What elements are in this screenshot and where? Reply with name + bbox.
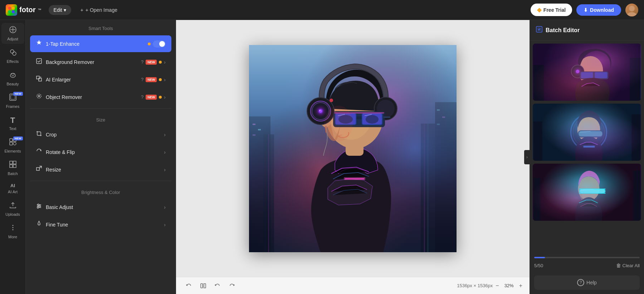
right-panel: › Batch Editor <box>530 20 644 294</box>
svg-rect-84 <box>356 116 362 119</box>
basic-adjust-item[interactable]: Basic Adjust › <box>30 199 171 215</box>
logo: fotor™ <box>6 4 42 16</box>
flip-button[interactable] <box>197 280 209 291</box>
edit-label: Edit <box>54 7 62 13</box>
one-tap-enhance-item[interactable]: 1-Tap Enhance <box>30 35 171 52</box>
crop-label: Crop <box>46 132 160 138</box>
svg-rect-20 <box>10 161 13 164</box>
obj-remover-dot <box>159 96 162 99</box>
open-image-label: + Open Image <box>86 7 117 13</box>
zoom-out-button[interactable]: − <box>496 283 499 289</box>
free-trial-button[interactable]: ◆ Free Trial <box>531 4 572 16</box>
batch-icon <box>9 160 17 170</box>
ai-enlarger-item[interactable]: AI Enlarger ? NEW › <box>30 71 171 88</box>
thumbnail-1[interactable] <box>533 44 641 101</box>
enhance-toggle[interactable] <box>153 40 166 48</box>
rotate-icon <box>36 148 42 156</box>
frames-new-badge: NEW <box>13 92 23 96</box>
topbar: fotor™ Edit ▾ + + Open Image ◆ Free Tria… <box>0 0 644 20</box>
sidebar-item-effects[interactable]: Effects <box>1 45 24 66</box>
fine-tune-label: Fine Tune <box>46 222 160 228</box>
sidebar-item-batch[interactable]: Batch <box>1 158 24 179</box>
obj-remover-item[interactable]: Object Remover ? NEW › <box>30 89 171 105</box>
svg-point-19 <box>13 142 16 145</box>
crop-item[interactable]: Crop › <box>30 126 171 143</box>
adjust-icon <box>9 26 17 35</box>
obj-remover-badges: ? NEW › <box>141 94 166 100</box>
sidebar-item-elements[interactable]: NEW Elements <box>1 135 24 156</box>
canvas-workspace <box>176 20 530 277</box>
sidebar-item-beauty[interactable]: Beauty <box>1 68 24 89</box>
logo-text: fotor <box>19 6 36 14</box>
svg-rect-92 <box>201 284 203 288</box>
thumbnail-3[interactable] <box>533 164 641 221</box>
sidebar-item-more[interactable]: More <box>1 221 24 242</box>
clear-all-label: Clear All <box>623 263 640 268</box>
right-panel-header: Batch Editor <box>530 20 644 41</box>
svg-point-13 <box>13 74 14 75</box>
effects-label: Effects <box>7 59 19 64</box>
bg-remover-item[interactable]: Background Remover ? NEW › <box>30 54 171 70</box>
fine-tune-item[interactable]: Fine Tune › <box>30 216 171 233</box>
sidebar-item-frames[interactable]: NEW Frames <box>1 90 24 111</box>
divider-size <box>30 108 171 109</box>
main-image-container <box>249 45 457 252</box>
rotate-left-button[interactable] <box>183 280 195 291</box>
bg-remover-label: Background Remover <box>46 59 137 65</box>
help-button[interactable]: ? Help <box>534 275 640 290</box>
one-tap-dot <box>148 43 151 45</box>
download-icon: ⬇ <box>584 7 588 13</box>
sidebar-item-uploads[interactable]: Uploads <box>1 198 24 219</box>
rotate-label: Rotate & Flip <box>46 149 160 155</box>
svg-rect-27 <box>36 59 42 64</box>
image-count: 5/50 <box>534 263 543 268</box>
sidebar-item-adjust[interactable]: Adjust <box>1 23 24 44</box>
help-icon-enlarger: ? <box>141 77 143 82</box>
thumb-2-glow <box>533 104 641 161</box>
open-image-button[interactable]: + + Open Image <box>75 5 122 15</box>
canvas-svg <box>249 45 457 252</box>
clear-all-button[interactable]: 🗑 Clear All <box>616 263 640 268</box>
bg-remover-chevron: › <box>164 59 166 65</box>
batch-editor-title: Batch Editor <box>546 27 580 34</box>
resize-icon <box>36 165 42 174</box>
svg-point-73 <box>330 99 333 102</box>
redo-button[interactable] <box>226 280 238 291</box>
beauty-label: Beauty <box>6 82 19 86</box>
thumbnail-2[interactable] <box>533 104 641 161</box>
basic-adjust-label: Basic Adjust <box>46 204 160 210</box>
undo-button[interactable] <box>212 280 223 291</box>
image-info: 1536px × 1536px − 32% + <box>457 283 522 289</box>
text-icon: T <box>10 116 15 125</box>
zoom-in-button[interactable]: + <box>519 283 522 289</box>
main-image <box>249 45 457 252</box>
rotate-item[interactable]: Rotate & Flip › <box>30 144 171 160</box>
fine-tune-icon <box>36 220 42 229</box>
resize-label: Resize <box>46 167 160 173</box>
resize-chevron: › <box>164 167 166 173</box>
chevron-down-icon: ▾ <box>64 7 66 13</box>
svg-rect-86 <box>383 116 390 118</box>
panel-bottom: 5/50 🗑 Clear All <box>530 260 644 273</box>
download-button[interactable]: ⬇ Download <box>576 4 621 16</box>
edit-button[interactable]: Edit ▾ <box>49 5 71 15</box>
obj-remover-new-badge: NEW <box>146 95 157 100</box>
enhance-icon <box>36 40 42 48</box>
topbar-right: ◆ Free Trial ⬇ Download <box>531 4 638 16</box>
sidebar-item-text[interactable]: T Text <box>1 113 24 134</box>
svg-rect-0 <box>8 7 11 10</box>
svg-point-10 <box>13 52 16 55</box>
expand-arrow[interactable]: › <box>524 150 530 164</box>
svg-rect-18 <box>10 142 13 145</box>
elements-new-badge: NEW <box>13 136 23 140</box>
avatar[interactable] <box>625 4 638 16</box>
image-dimensions: 1536px × 1536px <box>457 283 493 288</box>
resize-item[interactable]: Resize › <box>30 161 171 178</box>
sidebar-item-ai-art[interactable]: AI AI Art <box>1 180 24 197</box>
tools-panel: Smart Tools 1-Tap Enhance <box>26 20 176 294</box>
one-tap-badges <box>148 40 166 48</box>
zoom-control: − 32% + <box>496 283 522 289</box>
size-title: Size <box>26 111 176 125</box>
svg-rect-29 <box>39 78 42 81</box>
crop-icon <box>36 130 42 139</box>
